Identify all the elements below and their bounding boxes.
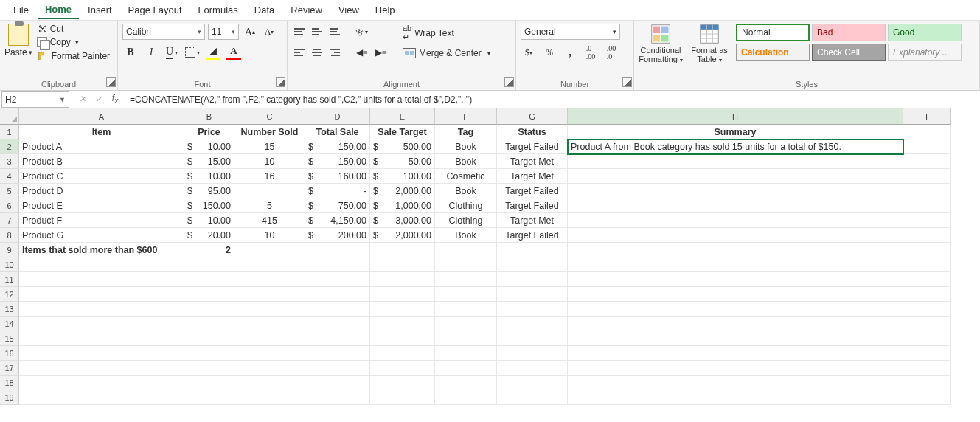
cell-total[interactable]: $160.00 bbox=[305, 169, 370, 184]
style-explanatory[interactable]: Explanatory ... bbox=[888, 44, 962, 61]
cell-status[interactable]: Target Met bbox=[497, 154, 568, 169]
cell[interactable] bbox=[568, 331, 903, 346]
cell-total[interactable]: $150.00 bbox=[305, 139, 370, 154]
cell[interactable] bbox=[903, 169, 951, 184]
cell-footer-label[interactable]: Items that sold more than $600 bbox=[19, 243, 184, 257]
cell[interactable] bbox=[903, 154, 951, 169]
cell[interactable] bbox=[370, 376, 435, 390]
row-header-10[interactable]: 10 bbox=[0, 257, 19, 272]
cell-summary[interactable] bbox=[568, 228, 903, 243]
cell[interactable] bbox=[435, 287, 497, 302]
row-header-7[interactable]: 7 bbox=[0, 213, 19, 228]
cell[interactable] bbox=[568, 390, 903, 405]
cell[interactable] bbox=[234, 316, 305, 331]
menu-file[interactable]: File bbox=[6, 1, 36, 18]
row-header-2[interactable]: 2 bbox=[0, 139, 19, 154]
row-header-6[interactable]: 6 bbox=[0, 198, 19, 213]
format-painter-button[interactable]: Format Painter bbox=[37, 50, 110, 62]
font-color-button[interactable]: A bbox=[226, 44, 242, 60]
cell[interactable] bbox=[234, 390, 305, 405]
menu-view[interactable]: View bbox=[331, 1, 366, 18]
cell-price[interactable]: $15.00 bbox=[184, 154, 234, 169]
cell-target[interactable]: $100.00 bbox=[370, 169, 435, 184]
dialog-launcher-icon[interactable] bbox=[106, 77, 116, 87]
header-cell[interactable] bbox=[903, 125, 951, 139]
align-middle-button[interactable] bbox=[310, 24, 324, 39]
cell[interactable] bbox=[497, 376, 568, 390]
increase-font-button[interactable]: A▴ bbox=[242, 24, 258, 40]
font-size-select[interactable]: 11▾ bbox=[208, 24, 239, 40]
cell[interactable] bbox=[903, 302, 951, 316]
cancel-formula-button[interactable]: ✕ bbox=[75, 94, 90, 104]
cell[interactable] bbox=[903, 331, 951, 346]
row-header-9[interactable]: 9 bbox=[0, 243, 19, 257]
cell[interactable] bbox=[903, 139, 951, 154]
decrease-decimal-button[interactable]: .00.0 bbox=[603, 44, 619, 60]
cell[interactable] bbox=[305, 376, 370, 390]
enter-formula-button[interactable]: ✓ bbox=[91, 94, 106, 104]
cell[interactable] bbox=[234, 272, 305, 287]
cell[interactable] bbox=[305, 302, 370, 316]
align-top-button[interactable] bbox=[292, 24, 307, 39]
cell-item[interactable]: Product F bbox=[19, 213, 184, 228]
decrease-font-button[interactable]: A▾ bbox=[261, 24, 277, 40]
col-header-G[interactable]: G bbox=[497, 108, 568, 125]
cell[interactable] bbox=[568, 376, 903, 390]
dialog-launcher-icon[interactable] bbox=[504, 77, 514, 87]
col-header-H[interactable]: H bbox=[568, 108, 903, 125]
cell-target[interactable]: $2,000.00 bbox=[370, 228, 435, 243]
cell-status[interactable]: Target Failed bbox=[497, 198, 568, 213]
cell[interactable] bbox=[184, 287, 234, 302]
style-normal[interactable]: Normal bbox=[736, 24, 810, 41]
cell-item[interactable]: Product D bbox=[19, 184, 184, 198]
cell[interactable] bbox=[903, 376, 951, 390]
menu-home[interactable]: Home bbox=[38, 1, 79, 19]
cell[interactable] bbox=[370, 272, 435, 287]
align-right-button[interactable] bbox=[327, 45, 342, 60]
col-header-A[interactable]: A bbox=[19, 108, 184, 125]
cell-price[interactable]: $10.00 bbox=[184, 169, 234, 184]
insert-function-button[interactable]: fx bbox=[108, 93, 122, 105]
cell-sold[interactable]: 15 bbox=[234, 139, 305, 154]
cell[interactable] bbox=[19, 346, 184, 361]
cell[interactable] bbox=[497, 331, 568, 346]
cell[interactable] bbox=[435, 272, 497, 287]
cell-price[interactable]: $150.00 bbox=[184, 198, 234, 213]
cell[interactable] bbox=[568, 257, 903, 272]
row-header-15[interactable]: 15 bbox=[0, 331, 19, 346]
cell[interactable] bbox=[184, 302, 234, 316]
row-header-14[interactable]: 14 bbox=[0, 316, 19, 331]
cell-price[interactable]: $95.00 bbox=[184, 184, 234, 198]
cell[interactable] bbox=[19, 287, 184, 302]
align-center-button[interactable] bbox=[310, 45, 324, 60]
row-header-1[interactable]: 1 bbox=[0, 125, 19, 139]
row-header-19[interactable]: 19 bbox=[0, 390, 19, 405]
cell[interactable] bbox=[370, 331, 435, 346]
header-cell[interactable]: Number Sold bbox=[234, 125, 305, 139]
cell-target[interactable]: $3,000.00 bbox=[370, 213, 435, 228]
cell-footer-value[interactable]: 2 bbox=[184, 243, 234, 257]
bold-button[interactable]: B bbox=[122, 44, 139, 60]
cell[interactable] bbox=[370, 302, 435, 316]
cell-target[interactable]: $1,000.00 bbox=[370, 198, 435, 213]
cell[interactable] bbox=[370, 257, 435, 272]
row-header-5[interactable]: 5 bbox=[0, 184, 19, 198]
cell-status[interactable]: Target Failed bbox=[497, 139, 568, 154]
cell[interactable] bbox=[903, 346, 951, 361]
col-header-F[interactable]: F bbox=[435, 108, 497, 125]
style-good[interactable]: Good bbox=[888, 24, 962, 41]
cell[interactable] bbox=[19, 257, 184, 272]
menu-formulas[interactable]: Formulas bbox=[191, 1, 246, 18]
cell-price[interactable]: $20.00 bbox=[184, 228, 234, 243]
cell[interactable] bbox=[497, 287, 568, 302]
cell[interactable] bbox=[435, 243, 497, 257]
cell-tag[interactable]: Cosmetic bbox=[435, 169, 497, 184]
cell-target[interactable]: $500.00 bbox=[370, 139, 435, 154]
cell[interactable] bbox=[903, 184, 951, 198]
menu-page-layout[interactable]: Page Layout bbox=[121, 1, 190, 18]
comma-format-button[interactable]: , bbox=[562, 44, 578, 60]
cell[interactable] bbox=[370, 390, 435, 405]
increase-decimal-button[interactable]: .0.00 bbox=[583, 44, 599, 60]
cell[interactable] bbox=[184, 272, 234, 287]
col-header-D[interactable]: D bbox=[305, 108, 370, 125]
